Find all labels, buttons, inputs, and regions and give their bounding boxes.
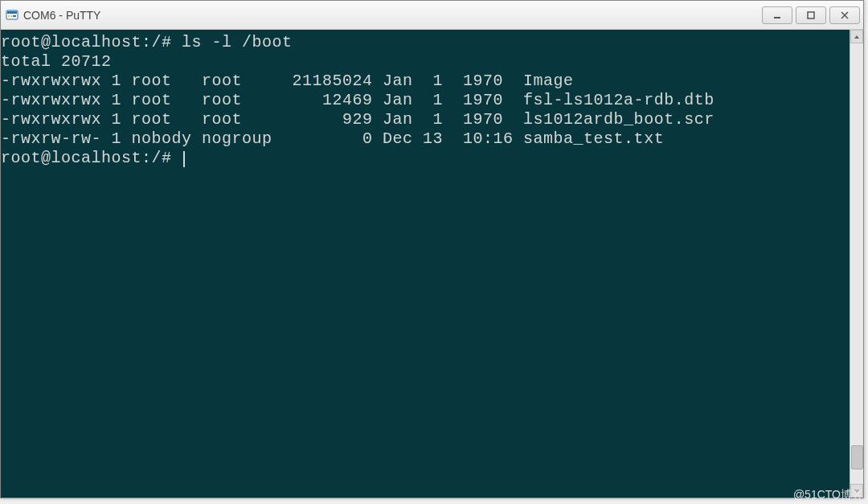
title-bar[interactable]: COM6 - PuTTY: [1, 1, 863, 30]
window-title: COM6 - PuTTY: [23, 9, 762, 22]
svg-rect-3: [10, 15, 12, 17]
putty-window: COM6 - PuTTY root@localhost:/# ls -l /bo…: [0, 0, 864, 498]
scroll-down-arrow[interactable]: [850, 484, 863, 498]
scroll-up-arrow[interactable]: [850, 30, 863, 43]
minimize-button[interactable]: [762, 6, 792, 24]
scroll-thumb[interactable]: [851, 445, 863, 469]
terminal-prompt-line: root@localhost:/#: [1, 149, 850, 168]
terminal-line: -rwxrwxrwx 1 root root 12469 Jan 1 1970 …: [1, 91, 850, 110]
svg-rect-2: [8, 15, 10, 17]
svg-rect-1: [7, 11, 17, 14]
terminal-line: total 20712: [1, 52, 850, 72]
scrollbar[interactable]: [850, 30, 863, 498]
svg-rect-5: [774, 17, 780, 18]
svg-rect-6: [808, 12, 814, 18]
cursor: [183, 151, 185, 167]
terminal-line: -rwxrwxrwx 1 root root 21185024 Jan 1 19…: [1, 72, 850, 91]
terminal-line: -rwxrwxrwx 1 root root 929 Jan 1 1970 ls…: [1, 110, 850, 129]
terminal-line: root@localhost:/# ls -l /boot: [1, 33, 850, 52]
svg-rect-4: [13, 15, 16, 17]
terminal-line: -rwxrw-rw- 1 nobody nogroup 0 Dec 13 10:…: [1, 129, 850, 149]
maximize-button[interactable]: [796, 6, 826, 24]
putty-icon: [6, 9, 18, 22]
terminal[interactable]: root@localhost:/# ls -l /boottotal 20712…: [1, 30, 850, 498]
window-controls: [762, 6, 860, 24]
close-button[interactable]: [829, 6, 860, 24]
terminal-area: root@localhost:/# ls -l /boottotal 20712…: [1, 30, 863, 498]
